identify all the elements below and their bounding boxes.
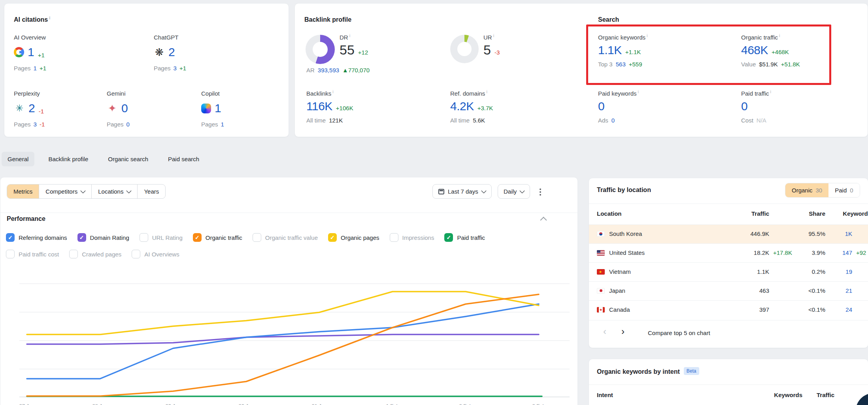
- info-icon[interactable]: i: [493, 33, 494, 38]
- ar-delta: ▲770,070: [342, 67, 370, 73]
- tab-paid-search[interactable]: Paid search: [162, 152, 205, 166]
- prev-page-button[interactable]: ‹: [603, 328, 606, 335]
- keywords-link[interactable]: 24: [845, 306, 852, 313]
- location-name: South Korea: [597, 230, 642, 237]
- info-icon[interactable]: i: [332, 89, 333, 94]
- metric-toggle-url-rating[interactable]: URL Rating: [140, 233, 183, 242]
- x-axis-tick-label: 1 Feb: [386, 403, 399, 405]
- next-page-button[interactable]: ›: [621, 328, 625, 335]
- pages-line: Pages3-1: [14, 121, 105, 128]
- citations-delta: +1: [38, 52, 45, 58]
- checkbox-paid-traffic[interactable]: ✓: [444, 233, 453, 242]
- metric-toggle-organic-traffic-value[interactable]: Organic traffic value: [253, 233, 318, 242]
- pages-value[interactable]: 0: [126, 121, 130, 128]
- checkbox-organic-pages[interactable]: ✓: [328, 233, 337, 242]
- metric-toggle-organic-traffic[interactable]: ✓Organic traffic: [193, 233, 242, 242]
- info-icon[interactable]: i: [638, 89, 639, 94]
- granularity-button[interactable]: Daily: [498, 184, 530, 199]
- dr-label: DRi: [340, 34, 368, 41]
- copilot-icon: [201, 104, 211, 113]
- platform-name: Gemini: [107, 90, 198, 97]
- info-icon[interactable]: i: [486, 89, 487, 94]
- traffic-value: 18.2K: [754, 249, 769, 256]
- citations-value: 2: [168, 45, 175, 59]
- metric-toggle-referring-domains[interactable]: ✓Referring domains: [6, 233, 67, 242]
- organic-traffic-value-line: Value $51.9K +51.8K: [741, 61, 800, 68]
- keywords-link[interactable]: 19: [845, 268, 852, 275]
- locations-button[interactable]: Locations: [91, 185, 137, 198]
- metrics-button[interactable]: Metrics: [7, 185, 39, 198]
- keywords-link[interactable]: 1K: [845, 230, 852, 237]
- ref-domains-alltime: All time 5.6K: [450, 117, 493, 124]
- years-button[interactable]: Years: [137, 185, 165, 198]
- info-icon[interactable]: i: [49, 15, 50, 20]
- checkbox-organic-traffic[interactable]: ✓: [193, 233, 202, 242]
- traffic-by-location-title: Traffic by location: [597, 186, 651, 194]
- backlink-search-card: Backlink profile DRi 55 +12 AR 393,593 ▲…: [294, 3, 868, 137]
- date-range-button[interactable]: Last 7 days: [432, 184, 492, 199]
- pages-value[interactable]: 1: [221, 121, 224, 128]
- ref-domains-value[interactable]: 4.2K: [450, 100, 474, 113]
- country-label: United States: [609, 249, 645, 256]
- compare-top5-link[interactable]: Compare top 5 on chart: [648, 330, 710, 336]
- more-options-icon[interactable]: [537, 186, 543, 198]
- metric-toggle-domain-rating[interactable]: ✓Domain Rating: [77, 233, 129, 242]
- info-icon[interactable]: i: [647, 33, 647, 38]
- country-label: Japan: [609, 287, 625, 294]
- tab-general[interactable]: General: [2, 152, 34, 166]
- citations-delta: -1: [39, 108, 44, 115]
- pages-line: Pages1+1: [14, 65, 105, 72]
- dr-delta: +12: [358, 49, 368, 56]
- country-label: South Korea: [609, 230, 642, 237]
- flag-united-states: [597, 250, 605, 256]
- metric-checkbox-row-1: ✓Referring domains✓Domain RatingURL Rati…: [6, 233, 485, 242]
- pages-value[interactable]: 3: [34, 121, 37, 128]
- checkbox-url-rating[interactable]: [140, 233, 148, 242]
- backlinks-value[interactable]: 116K: [306, 100, 332, 113]
- info-icon[interactable]: i: [770, 89, 771, 94]
- competitors-button[interactable]: Competitors: [39, 185, 91, 198]
- info-icon[interactable]: i: [779, 33, 780, 38]
- toggle-organic[interactable]: Organic30: [785, 183, 828, 197]
- organic-keywords-top3: Top 3 563 +559: [598, 61, 648, 68]
- pages-line: Pages0: [107, 121, 198, 128]
- metric-toggle-paid-traffic[interactable]: ✓Paid traffic: [444, 233, 485, 242]
- ur-value: 5: [483, 42, 491, 58]
- collapse-section-icon[interactable]: [540, 217, 547, 224]
- paid-traffic-cost: Cost N/A: [741, 117, 771, 124]
- checkbox-domain-rating[interactable]: ✓: [77, 233, 86, 242]
- organic-keywords-value[interactable]: 1.1K: [598, 43, 622, 57]
- ai-platform-perplexity: Perplexity✳2-1Pages3-1: [14, 90, 105, 128]
- backlinks-alltime: All time 121K: [306, 117, 353, 124]
- organic-keywords-label: Organic keywordsi: [598, 34, 648, 41]
- pages-value[interactable]: 3: [174, 65, 177, 72]
- keywords-by-intent-title: Organic keywords by intentBeta: [597, 367, 699, 375]
- pages-line: Pages1: [201, 121, 292, 128]
- calendar-icon: [438, 189, 444, 194]
- tab-organic-search[interactable]: Organic search: [102, 152, 154, 166]
- share-value: 3.9%: [812, 249, 825, 256]
- checkbox-impressions[interactable]: [390, 233, 398, 242]
- organic-keywords-delta: +1.1K: [625, 49, 641, 55]
- checkbox-organic-traffic-value[interactable]: [253, 233, 261, 242]
- chart-series-organic-traffic: [27, 294, 539, 396]
- pages-value[interactable]: 1: [34, 65, 37, 72]
- keywords-link[interactable]: 147: [842, 249, 852, 256]
- location-name: United States: [597, 249, 645, 256]
- top3-value[interactable]: 563: [616, 61, 626, 68]
- dr-donut-chart: [306, 35, 335, 64]
- ar-value[interactable]: 393,593: [318, 67, 339, 73]
- metric-label: Impressions: [402, 234, 434, 241]
- metric-toggle-impressions[interactable]: Impressions: [390, 233, 434, 242]
- share-value: <0.1%: [808, 306, 825, 313]
- gemini-icon: ✦: [107, 103, 118, 114]
- info-icon[interactable]: i: [349, 33, 350, 38]
- tab-backlink-profile[interactable]: Backlink profile: [42, 152, 94, 166]
- checkbox-referring-domains[interactable]: ✓: [6, 233, 15, 242]
- metric-toggle-organic-pages[interactable]: ✓Organic pages: [328, 233, 379, 242]
- metric-label: Organic pages: [341, 234, 379, 241]
- toggle-paid[interactable]: Paid0: [828, 183, 859, 197]
- keywords-link[interactable]: 21: [845, 287, 852, 294]
- pages-delta: -1: [40, 121, 45, 128]
- organic-traffic-value[interactable]: 468K: [741, 43, 768, 57]
